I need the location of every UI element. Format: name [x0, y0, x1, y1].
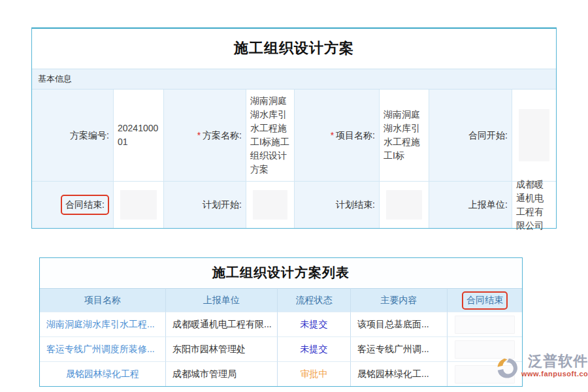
- project-link[interactable]: 湖南洞庭湖水库引水工程...: [40, 312, 165, 336]
- contract-end-cell: [447, 312, 522, 336]
- column-header-report-unit: 上报单位: [165, 288, 277, 312]
- plan-end-input[interactable]: [386, 190, 421, 220]
- fanpu-watermark: 泛普软件 www.fanpusoft.com: [495, 353, 588, 384]
- plan-name-field[interactable]: 湖南洞庭湖水库引水工程施工I标施工组织设计方案: [246, 90, 294, 181]
- status-badge: 未提交: [277, 312, 350, 336]
- column-header-contract-end-label: 合同结束: [466, 295, 503, 305]
- contract-end-input[interactable]: [120, 190, 156, 220]
- contract-end-empty-value: [455, 316, 515, 334]
- list-title: 施工组织设计方案列表: [40, 258, 522, 288]
- plan-start-value-cell: [246, 181, 294, 228]
- required-asterisk: *: [331, 129, 334, 142]
- contract-end-column-highlight-box: 合同结束: [462, 291, 508, 310]
- plan-name-label-cell: * 方案名称:: [163, 90, 246, 181]
- construction-plan-list: 施工组织设计方案列表 项目名称 上报单位 流程状态 主要内容 合同结束 湖南洞庭…: [39, 257, 523, 387]
- main-content-cell: 晟铭园林绿化工...: [350, 361, 447, 386]
- plan-end-label-cell: 计划结束:: [294, 181, 379, 228]
- plan-start-label: 计划开始:: [203, 198, 242, 212]
- list-table: 项目名称 上报单位 流程状态 主要内容 合同结束 湖南洞庭湖水库引水工程... …: [40, 288, 522, 386]
- section-header-basic-info: 基本信息: [32, 69, 556, 90]
- plan-start-label-cell: 计划开始:: [163, 181, 246, 228]
- project-link[interactable]: 晟铭园林绿化工程: [40, 361, 165, 386]
- contract-end-label-cell: 合同结束:: [32, 181, 113, 228]
- report-unit-field[interactable]: 成都暖通机电工程有限公司: [512, 181, 556, 228]
- contract-start-label: 合同开始:: [468, 129, 508, 142]
- fanpu-brand-name: 泛普软件: [528, 353, 588, 369]
- construction-plan-form: 施工组织设计方案 基本信息 方案编号: 2024100001 * 方案名称: 湖…: [31, 27, 557, 229]
- fanpu-logo-icon: [495, 356, 520, 384]
- contract-end-label: 合同结束:: [65, 199, 105, 210]
- required-asterisk: *: [197, 129, 201, 142]
- fanpu-url: www.fanpusoft.com: [521, 370, 588, 378]
- contract-end-highlight-box: 合同结束:: [61, 195, 109, 215]
- main-content-cell: 客运专线广州调...: [350, 336, 447, 361]
- plan-name-label: 方案名称:: [203, 129, 242, 142]
- report-unit-cell: 成都暖通机电工程有限...: [165, 312, 277, 336]
- report-unit-cell: 东阳市园林管理处: [165, 336, 277, 361]
- contract-start-value-cell: [512, 90, 556, 181]
- column-header-main-content: 主要内容: [350, 288, 447, 312]
- plan-no-label: 方案编号:: [70, 129, 109, 142]
- status-badge: 审批中: [277, 361, 350, 386]
- project-name-label-cell: * 项目名称:: [294, 90, 379, 181]
- plan-no-label-cell: 方案编号:: [32, 90, 113, 181]
- plan-end-value-cell: [379, 181, 429, 228]
- main-content-cell: 该项目总基底面...: [350, 312, 447, 336]
- form-grid: 方案编号: 2024100001 * 方案名称: 湖南洞庭湖水库引水工程施工I标…: [32, 90, 556, 228]
- contract-start-input[interactable]: [519, 109, 549, 161]
- project-name-field[interactable]: 湖南洞庭湖水库引水工程施工I标: [379, 90, 429, 181]
- column-header-contract-end: 合同结束: [447, 288, 522, 312]
- plan-start-input[interactable]: [253, 190, 287, 220]
- plan-end-label: 计划结束:: [336, 198, 375, 212]
- column-header-workflow-status: 流程状态: [277, 288, 350, 312]
- project-name-label: 项目名称:: [336, 129, 375, 142]
- contract-end-value-cell: [113, 181, 163, 228]
- report-unit-label-cell: 上报单位:: [429, 181, 512, 228]
- fanpu-watermark-text: 泛普软件 www.fanpusoft.com: [521, 353, 588, 378]
- form-title: 施工组织设计方案: [32, 29, 556, 69]
- status-badge: 未提交: [277, 336, 350, 361]
- project-link[interactable]: 客运专线广州调度所装修...: [40, 336, 165, 361]
- contract-start-label-cell: 合同开始:: [429, 90, 512, 181]
- column-header-project-name: 项目名称: [40, 288, 165, 312]
- report-unit-label: 上报单位:: [468, 198, 508, 212]
- plan-no-value: 2024100001: [113, 90, 163, 181]
- report-unit-cell: 成都城市管理局: [165, 361, 277, 386]
